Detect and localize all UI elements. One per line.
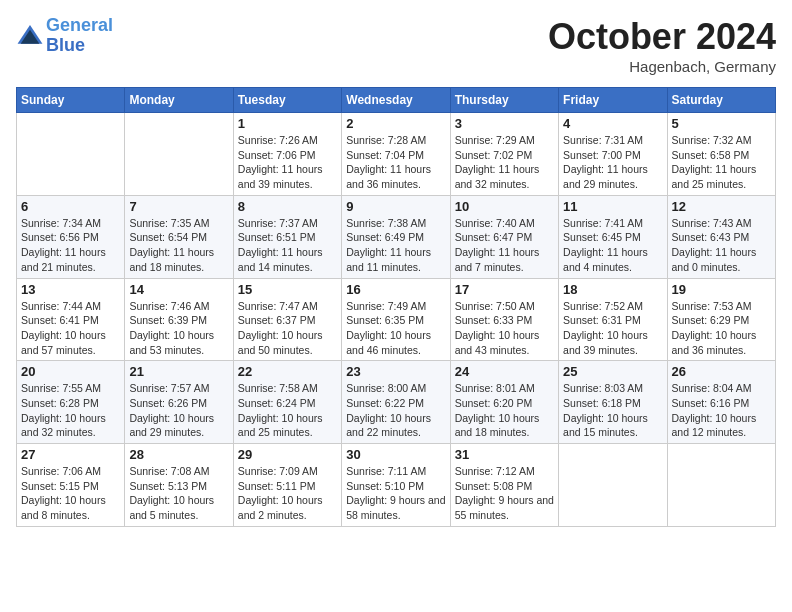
title-area: October 2024 Hagenbach, Germany — [548, 16, 776, 75]
calendar-cell: 6Sunrise: 7:34 AM Sunset: 6:56 PM Daylig… — [17, 195, 125, 278]
calendar-cell: 23Sunrise: 8:00 AM Sunset: 6:22 PM Dayli… — [342, 361, 450, 444]
calendar-cell: 20Sunrise: 7:55 AM Sunset: 6:28 PM Dayli… — [17, 361, 125, 444]
day-number: 1 — [238, 116, 337, 131]
calendar-cell: 29Sunrise: 7:09 AM Sunset: 5:11 PM Dayli… — [233, 444, 341, 527]
day-info: Sunrise: 7:35 AM Sunset: 6:54 PM Dayligh… — [129, 216, 228, 275]
calendar-cell — [559, 444, 667, 527]
calendar-cell — [667, 444, 775, 527]
header-thursday: Thursday — [450, 88, 558, 113]
day-number: 28 — [129, 447, 228, 462]
day-info: Sunrise: 8:00 AM Sunset: 6:22 PM Dayligh… — [346, 381, 445, 440]
calendar-cell: 24Sunrise: 8:01 AM Sunset: 6:20 PM Dayli… — [450, 361, 558, 444]
calendar-cell: 18Sunrise: 7:52 AM Sunset: 6:31 PM Dayli… — [559, 278, 667, 361]
day-number: 7 — [129, 199, 228, 214]
day-number: 26 — [672, 364, 771, 379]
day-info: Sunrise: 7:29 AM Sunset: 7:02 PM Dayligh… — [455, 133, 554, 192]
day-info: Sunrise: 7:58 AM Sunset: 6:24 PM Dayligh… — [238, 381, 337, 440]
day-number: 10 — [455, 199, 554, 214]
day-info: Sunrise: 7:40 AM Sunset: 6:47 PM Dayligh… — [455, 216, 554, 275]
day-number: 29 — [238, 447, 337, 462]
day-info: Sunrise: 7:47 AM Sunset: 6:37 PM Dayligh… — [238, 299, 337, 358]
header-friday: Friday — [559, 88, 667, 113]
day-info: Sunrise: 7:28 AM Sunset: 7:04 PM Dayligh… — [346, 133, 445, 192]
day-info: Sunrise: 7:38 AM Sunset: 6:49 PM Dayligh… — [346, 216, 445, 275]
day-info: Sunrise: 7:52 AM Sunset: 6:31 PM Dayligh… — [563, 299, 662, 358]
day-number: 31 — [455, 447, 554, 462]
calendar-cell: 31Sunrise: 7:12 AM Sunset: 5:08 PM Dayli… — [450, 444, 558, 527]
day-number: 18 — [563, 282, 662, 297]
location: Hagenbach, Germany — [548, 58, 776, 75]
calendar-cell: 11Sunrise: 7:41 AM Sunset: 6:45 PM Dayli… — [559, 195, 667, 278]
day-info: Sunrise: 7:08 AM Sunset: 5:13 PM Dayligh… — [129, 464, 228, 523]
day-info: Sunrise: 7:12 AM Sunset: 5:08 PM Dayligh… — [455, 464, 554, 523]
day-info: Sunrise: 7:41 AM Sunset: 6:45 PM Dayligh… — [563, 216, 662, 275]
calendar-cell: 9Sunrise: 7:38 AM Sunset: 6:49 PM Daylig… — [342, 195, 450, 278]
day-info: Sunrise: 7:57 AM Sunset: 6:26 PM Dayligh… — [129, 381, 228, 440]
week-row-1: 1Sunrise: 7:26 AM Sunset: 7:06 PM Daylig… — [17, 113, 776, 196]
day-info: Sunrise: 7:43 AM Sunset: 6:43 PM Dayligh… — [672, 216, 771, 275]
calendar-cell: 12Sunrise: 7:43 AM Sunset: 6:43 PM Dayli… — [667, 195, 775, 278]
day-number: 5 — [672, 116, 771, 131]
logo-icon — [16, 22, 44, 50]
calendar-cell: 3Sunrise: 7:29 AM Sunset: 7:02 PM Daylig… — [450, 113, 558, 196]
calendar-cell: 15Sunrise: 7:47 AM Sunset: 6:37 PM Dayli… — [233, 278, 341, 361]
calendar-cell: 26Sunrise: 8:04 AM Sunset: 6:16 PM Dayli… — [667, 361, 775, 444]
header-sunday: Sunday — [17, 88, 125, 113]
calendar-cell: 1Sunrise: 7:26 AM Sunset: 7:06 PM Daylig… — [233, 113, 341, 196]
day-info: Sunrise: 8:04 AM Sunset: 6:16 PM Dayligh… — [672, 381, 771, 440]
day-number: 3 — [455, 116, 554, 131]
calendar-cell: 30Sunrise: 7:11 AM Sunset: 5:10 PM Dayli… — [342, 444, 450, 527]
calendar-cell: 14Sunrise: 7:46 AM Sunset: 6:39 PM Dayli… — [125, 278, 233, 361]
calendar-cell: 27Sunrise: 7:06 AM Sunset: 5:15 PM Dayli… — [17, 444, 125, 527]
calendar-cell: 22Sunrise: 7:58 AM Sunset: 6:24 PM Dayli… — [233, 361, 341, 444]
day-info: Sunrise: 7:49 AM Sunset: 6:35 PM Dayligh… — [346, 299, 445, 358]
week-row-5: 27Sunrise: 7:06 AM Sunset: 5:15 PM Dayli… — [17, 444, 776, 527]
day-info: Sunrise: 7:32 AM Sunset: 6:58 PM Dayligh… — [672, 133, 771, 192]
calendar-cell: 13Sunrise: 7:44 AM Sunset: 6:41 PM Dayli… — [17, 278, 125, 361]
day-number: 25 — [563, 364, 662, 379]
day-info: Sunrise: 7:31 AM Sunset: 7:00 PM Dayligh… — [563, 133, 662, 192]
day-info: Sunrise: 7:44 AM Sunset: 6:41 PM Dayligh… — [21, 299, 120, 358]
day-number: 20 — [21, 364, 120, 379]
header-tuesday: Tuesday — [233, 88, 341, 113]
day-number: 4 — [563, 116, 662, 131]
calendar-cell: 2Sunrise: 7:28 AM Sunset: 7:04 PM Daylig… — [342, 113, 450, 196]
week-row-2: 6Sunrise: 7:34 AM Sunset: 6:56 PM Daylig… — [17, 195, 776, 278]
calendar-table: SundayMondayTuesdayWednesdayThursdayFrid… — [16, 87, 776, 527]
calendar-cell — [125, 113, 233, 196]
day-number: 16 — [346, 282, 445, 297]
calendar-cell: 21Sunrise: 7:57 AM Sunset: 6:26 PM Dayli… — [125, 361, 233, 444]
day-number: 13 — [21, 282, 120, 297]
calendar-cell: 17Sunrise: 7:50 AM Sunset: 6:33 PM Dayli… — [450, 278, 558, 361]
header-saturday: Saturday — [667, 88, 775, 113]
day-number: 6 — [21, 199, 120, 214]
day-info: Sunrise: 7:26 AM Sunset: 7:06 PM Dayligh… — [238, 133, 337, 192]
calendar-cell: 19Sunrise: 7:53 AM Sunset: 6:29 PM Dayli… — [667, 278, 775, 361]
day-number: 8 — [238, 199, 337, 214]
calendar-cell: 5Sunrise: 7:32 AM Sunset: 6:58 PM Daylig… — [667, 113, 775, 196]
day-info: Sunrise: 7:50 AM Sunset: 6:33 PM Dayligh… — [455, 299, 554, 358]
calendar-header-row: SundayMondayTuesdayWednesdayThursdayFrid… — [17, 88, 776, 113]
day-number: 12 — [672, 199, 771, 214]
calendar-cell: 8Sunrise: 7:37 AM Sunset: 6:51 PM Daylig… — [233, 195, 341, 278]
day-info: Sunrise: 7:53 AM Sunset: 6:29 PM Dayligh… — [672, 299, 771, 358]
page-header: General Blue October 2024 Hagenbach, Ger… — [16, 16, 776, 75]
day-info: Sunrise: 7:34 AM Sunset: 6:56 PM Dayligh… — [21, 216, 120, 275]
day-number: 19 — [672, 282, 771, 297]
calendar-cell: 25Sunrise: 8:03 AM Sunset: 6:18 PM Dayli… — [559, 361, 667, 444]
day-info: Sunrise: 7:46 AM Sunset: 6:39 PM Dayligh… — [129, 299, 228, 358]
logo: General Blue — [16, 16, 113, 56]
week-row-3: 13Sunrise: 7:44 AM Sunset: 6:41 PM Dayli… — [17, 278, 776, 361]
day-number: 21 — [129, 364, 228, 379]
day-number: 9 — [346, 199, 445, 214]
day-number: 27 — [21, 447, 120, 462]
day-number: 24 — [455, 364, 554, 379]
calendar-cell — [17, 113, 125, 196]
day-number: 11 — [563, 199, 662, 214]
day-info: Sunrise: 7:09 AM Sunset: 5:11 PM Dayligh… — [238, 464, 337, 523]
week-row-4: 20Sunrise: 7:55 AM Sunset: 6:28 PM Dayli… — [17, 361, 776, 444]
logo-text: General Blue — [46, 16, 113, 56]
day-number: 22 — [238, 364, 337, 379]
day-info: Sunrise: 8:03 AM Sunset: 6:18 PM Dayligh… — [563, 381, 662, 440]
day-number: 30 — [346, 447, 445, 462]
